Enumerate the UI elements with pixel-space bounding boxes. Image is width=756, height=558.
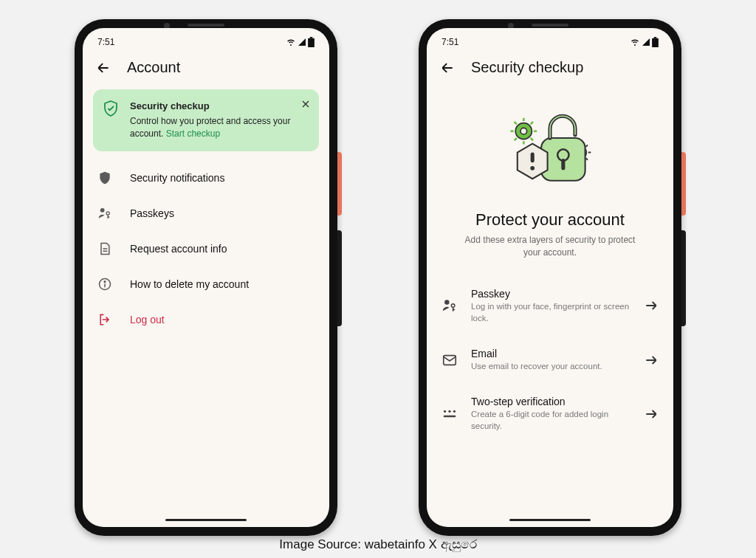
image-caption: Image Source: wabetainfo X ඇසුරෙ xyxy=(0,537,756,552)
item-security-notifications[interactable]: Security notifications xyxy=(93,160,319,196)
svg-point-17 xyxy=(530,166,535,170)
svg-rect-16 xyxy=(531,153,535,163)
account-list: Security notifications Passkeys Request … xyxy=(83,156,329,337)
back-icon[interactable] xyxy=(96,61,111,75)
document-icon xyxy=(96,241,114,256)
option-desc: Log in with your face, fingerprint or sc… xyxy=(471,300,630,324)
status-bar: 7:51 xyxy=(427,28,673,52)
pin-icon xyxy=(441,406,458,422)
phone-frame-left: 7:51 Account Security checkup xyxy=(75,19,337,536)
chevron-right-icon xyxy=(644,407,659,421)
svg-point-18 xyxy=(444,300,449,305)
app-bar: Security checkup xyxy=(427,52,673,85)
svg-rect-6 xyxy=(652,38,659,47)
svg-point-23 xyxy=(453,410,456,412)
status-bar: 7:51 xyxy=(83,28,329,52)
svg-rect-12 xyxy=(561,159,565,170)
security-subheading: Add these extra layers of security to pr… xyxy=(427,230,673,276)
svg-point-14 xyxy=(520,128,527,134)
banner-title: Security checkup xyxy=(130,100,310,114)
svg-rect-0 xyxy=(308,38,315,47)
phone-frame-right: 7:51 Security checkup xyxy=(419,19,681,536)
item-label: How to delete my account xyxy=(130,278,249,290)
item-passkeys[interactable]: Passkeys xyxy=(93,196,319,231)
security-checkup-banner[interactable]: Security checkup Control how you protect… xyxy=(93,89,319,151)
page-title: Security checkup xyxy=(471,59,583,76)
home-indicator[interactable] xyxy=(509,519,591,521)
item-request-info[interactable]: Request account info xyxy=(93,231,319,266)
option-title: Two-step verification xyxy=(471,396,630,407)
item-log-out[interactable]: Log out xyxy=(93,302,319,337)
signal-icon xyxy=(642,38,650,46)
svg-point-22 xyxy=(448,410,450,412)
status-time: 7:51 xyxy=(441,37,458,47)
option-passkey[interactable]: Passkey Log in with your face, fingerpri… xyxy=(440,276,660,336)
svg-point-5 xyxy=(104,280,106,282)
banner-link[interactable]: Start checkup xyxy=(166,128,220,139)
svg-point-2 xyxy=(100,208,105,213)
chevron-right-icon xyxy=(644,298,659,313)
option-title: Email xyxy=(471,348,630,359)
item-label: Security notifications xyxy=(130,172,224,184)
status-icons xyxy=(286,37,315,47)
passkey-icon xyxy=(441,297,458,314)
banner-body: Security checkup Control how you protect… xyxy=(130,100,310,141)
option-desc: Create a 6-digit code for added login se… xyxy=(471,408,630,432)
mail-icon xyxy=(441,352,458,368)
svg-rect-1 xyxy=(310,37,313,38)
item-delete-account[interactable]: How to delete my account xyxy=(93,266,319,302)
option-desc: Use email to recover your account. xyxy=(471,360,630,372)
option-title: Passkey xyxy=(471,288,630,300)
status-time: 7:51 xyxy=(97,37,114,47)
svg-point-3 xyxy=(106,212,109,215)
option-email[interactable]: Email Use email to recover your account. xyxy=(440,336,660,384)
svg-point-19 xyxy=(451,304,455,308)
shield-check-icon xyxy=(102,100,120,117)
item-label: Request account info xyxy=(130,243,227,255)
home-indicator[interactable] xyxy=(165,519,247,521)
app-bar: Account xyxy=(83,52,329,85)
status-icons xyxy=(630,37,659,47)
close-icon[interactable] xyxy=(300,98,312,110)
dual-phone-container: 7:51 Account Security checkup xyxy=(0,0,756,536)
hero-illustration xyxy=(427,85,673,203)
account-screen: 7:51 Account Security checkup xyxy=(83,28,329,527)
security-checkup-screen: 7:51 Security checkup xyxy=(427,28,673,527)
battery-icon xyxy=(652,37,659,47)
item-label: Log out xyxy=(130,314,165,326)
svg-rect-24 xyxy=(444,415,456,416)
page-title: Account xyxy=(127,59,180,76)
shield-icon xyxy=(96,170,114,185)
security-options: Passkey Log in with your face, fingerpri… xyxy=(427,276,673,444)
passkey-icon xyxy=(96,206,114,221)
security-heading: Protect your account xyxy=(427,210,673,230)
back-icon[interactable] xyxy=(440,61,455,75)
chevron-right-icon xyxy=(644,353,659,368)
option-two-step[interactable]: Two-step verification Create a 6-digit c… xyxy=(440,384,660,444)
item-label: Passkeys xyxy=(130,207,174,219)
signal-icon xyxy=(298,38,306,46)
svg-point-21 xyxy=(444,410,446,412)
wifi-icon xyxy=(630,38,640,46)
svg-rect-7 xyxy=(654,37,657,38)
logout-icon xyxy=(96,312,114,327)
info-icon xyxy=(96,277,114,292)
wifi-icon xyxy=(286,38,296,46)
battery-icon xyxy=(308,37,315,47)
